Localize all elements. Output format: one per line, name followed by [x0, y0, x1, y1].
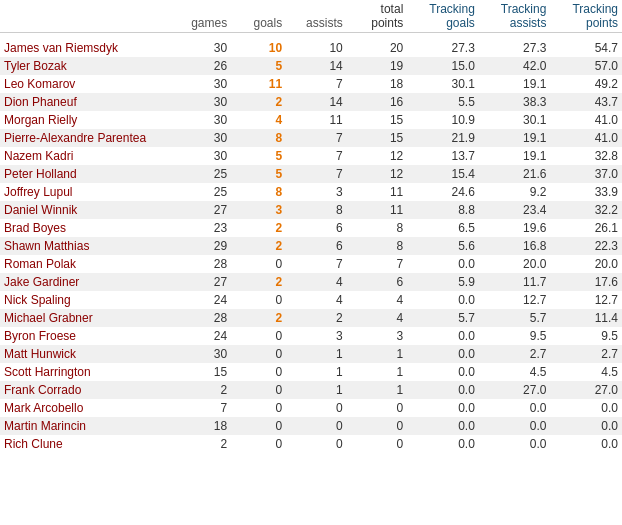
col-header-tracking-goals: Trackinggoals	[407, 0, 479, 33]
player-name: Mark Arcobello	[0, 399, 176, 417]
player-assists: 3	[286, 183, 347, 201]
player-assists: 1	[286, 381, 347, 399]
player-total-points: 8	[347, 219, 408, 237]
player-total-points: 18	[347, 75, 408, 93]
player-goals: 3	[231, 201, 286, 219]
table-row: Michael Grabner 28 2 2 4 5.7 5.7 11.4	[0, 309, 622, 327]
player-games: 25	[176, 183, 231, 201]
player-games: 15	[176, 363, 231, 381]
player-total-points: 7	[347, 255, 408, 273]
player-tracking-points: 54.7	[550, 39, 622, 57]
player-tracking-points: 11.4	[550, 309, 622, 327]
player-assists: 8	[286, 201, 347, 219]
player-name: Morgan Rielly	[0, 111, 176, 129]
player-games: 24	[176, 291, 231, 309]
player-name: Byron Froese	[0, 327, 176, 345]
player-goals: 0	[231, 417, 286, 435]
player-games: 30	[176, 345, 231, 363]
player-goals: 0	[231, 363, 286, 381]
table-row: Morgan Rielly 30 4 11 15 10.9 30.1 41.0	[0, 111, 622, 129]
player-games: 24	[176, 327, 231, 345]
player-tracking-assists: 11.7	[479, 273, 551, 291]
player-goals: 4	[231, 111, 286, 129]
player-total-points: 0	[347, 399, 408, 417]
player-assists: 0	[286, 417, 347, 435]
player-games: 30	[176, 39, 231, 57]
player-name: Shawn Matthias	[0, 237, 176, 255]
player-assists: 4	[286, 273, 347, 291]
player-total-points: 1	[347, 381, 408, 399]
table-row: Mark Arcobello 7 0 0 0 0.0 0.0 0.0	[0, 399, 622, 417]
player-tracking-goals: 30.1	[407, 75, 479, 93]
player-tracking-points: 57.0	[550, 57, 622, 75]
player-name: Michael Grabner	[0, 309, 176, 327]
player-tracking-goals: 0.0	[407, 363, 479, 381]
player-goals: 8	[231, 129, 286, 147]
player-tracking-points: 32.2	[550, 201, 622, 219]
col-header-games: games	[176, 0, 231, 33]
player-tracking-assists: 0.0	[479, 399, 551, 417]
player-assists: 0	[286, 399, 347, 417]
table-row: Joffrey Lupul 25 8 3 11 24.6 9.2 33.9	[0, 183, 622, 201]
stats-table: games goals assists totalpoints Tracking…	[0, 0, 622, 453]
player-name: Roman Polak	[0, 255, 176, 273]
player-tracking-assists: 4.5	[479, 363, 551, 381]
player-tracking-points: 43.7	[550, 93, 622, 111]
player-tracking-assists: 0.0	[479, 435, 551, 453]
player-name: Peter Holland	[0, 165, 176, 183]
player-assists: 7	[286, 255, 347, 273]
player-tracking-assists: 30.1	[479, 111, 551, 129]
player-assists: 10	[286, 39, 347, 57]
player-tracking-goals: 27.3	[407, 39, 479, 57]
col-header-goals: goals	[231, 0, 286, 33]
table-row: Leo Komarov 30 11 7 18 30.1 19.1 49.2	[0, 75, 622, 93]
player-tracking-points: 9.5	[550, 327, 622, 345]
player-assists: 7	[286, 165, 347, 183]
player-goals: 2	[231, 273, 286, 291]
player-tracking-assists: 5.7	[479, 309, 551, 327]
player-games: 30	[176, 147, 231, 165]
player-total-points: 0	[347, 435, 408, 453]
player-goals: 0	[231, 291, 286, 309]
player-tracking-assists: 23.4	[479, 201, 551, 219]
player-tracking-points: 32.8	[550, 147, 622, 165]
player-tracking-goals: 10.9	[407, 111, 479, 129]
player-assists: 2	[286, 309, 347, 327]
player-total-points: 20	[347, 39, 408, 57]
player-total-points: 12	[347, 147, 408, 165]
player-tracking-points: 20.0	[550, 255, 622, 273]
player-tracking-assists: 27.0	[479, 381, 551, 399]
player-tracking-goals: 5.6	[407, 237, 479, 255]
player-total-points: 4	[347, 309, 408, 327]
table-row: Jake Gardiner 27 2 4 6 5.9 11.7 17.6	[0, 273, 622, 291]
player-assists: 7	[286, 75, 347, 93]
player-games: 26	[176, 57, 231, 75]
player-assists: 6	[286, 219, 347, 237]
player-goals: 0	[231, 255, 286, 273]
player-tracking-points: 0.0	[550, 435, 622, 453]
player-assists: 7	[286, 129, 347, 147]
player-total-points: 1	[347, 345, 408, 363]
table-row: Matt Hunwick 30 0 1 1 0.0 2.7 2.7	[0, 345, 622, 363]
player-goals: 2	[231, 237, 286, 255]
player-tracking-points: 49.2	[550, 75, 622, 93]
header-row: games goals assists totalpoints Tracking…	[0, 0, 622, 33]
player-total-points: 11	[347, 201, 408, 219]
player-name: Martin Marincin	[0, 417, 176, 435]
player-games: 28	[176, 255, 231, 273]
player-assists: 14	[286, 93, 347, 111]
table-row: Daniel Winnik 27 3 8 11 8.8 23.4 32.2	[0, 201, 622, 219]
player-tracking-assists: 0.0	[479, 417, 551, 435]
player-name: Rich Clune	[0, 435, 176, 453]
player-assists: 1	[286, 345, 347, 363]
player-tracking-assists: 12.7	[479, 291, 551, 309]
col-header-total-points: totalpoints	[347, 0, 408, 33]
player-tracking-points: 0.0	[550, 399, 622, 417]
table-row: Rich Clune 2 0 0 0 0.0 0.0 0.0	[0, 435, 622, 453]
player-total-points: 1	[347, 363, 408, 381]
player-games: 27	[176, 273, 231, 291]
player-goals: 5	[231, 57, 286, 75]
player-tracking-goals: 15.0	[407, 57, 479, 75]
player-name: Dion Phaneuf	[0, 93, 176, 111]
player-games: 28	[176, 309, 231, 327]
